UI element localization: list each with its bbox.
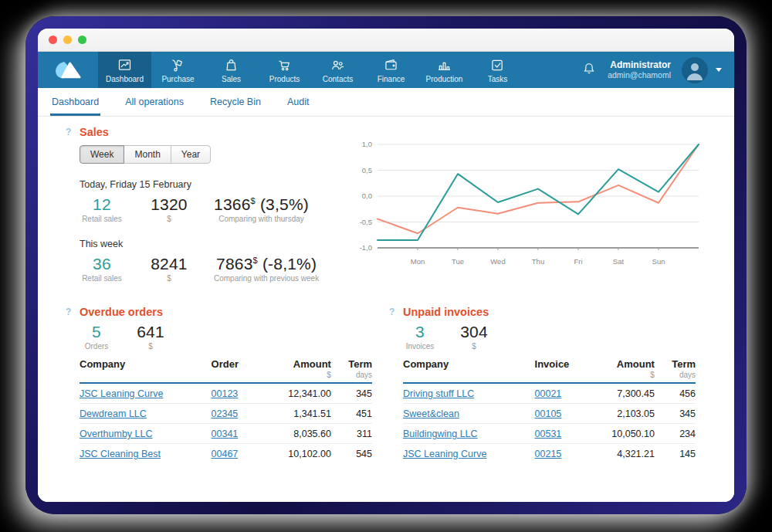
amount-cell: 1,341.51: [267, 404, 331, 424]
sales-chart-container: 1,00,50,0-0,5-1,0MonTueWedThuFriSatSun: [348, 126, 711, 283]
sales-stats-column: ? Sales Week Month Year Today, Friday 15…: [61, 126, 348, 283]
order-link[interactable]: 02345: [212, 408, 239, 419]
svg-text:0,0: 0,0: [362, 191, 372, 200]
order-link[interactable]: 00341: [212, 429, 239, 439]
column-header-invoice: Invoice: [535, 358, 591, 383]
tables-row: ? Overdue orders 5 Orders 641 $: [61, 306, 711, 463]
company-link[interactable]: Dewdream LLC: [80, 408, 147, 419]
avatar[interactable]: [682, 57, 708, 83]
invoice-link[interactable]: 00105: [535, 408, 562, 419]
week-retail-sales-label: Retail sales: [80, 274, 124, 283]
subnav-item-recycle-bin[interactable]: Recycle Bin: [208, 88, 262, 116]
term-cell: 345: [331, 383, 372, 404]
subnav-item-dashboard[interactable]: Dashboard: [50, 88, 100, 116]
company-link[interactable]: Buildingwing LLC: [403, 429, 478, 439]
year-toggle-button[interactable]: Year: [171, 145, 211, 164]
nav-item-sales[interactable]: Sales: [205, 52, 258, 88]
today-retail-sales-label: Retail sales: [80, 215, 124, 223]
company-link[interactable]: Driving stuff LLC: [403, 388, 474, 399]
column-header-company: Company: [403, 358, 535, 383]
zoom-window-button[interactable]: [78, 36, 86, 44]
week-toggle-button[interactable]: Week: [80, 145, 124, 164]
week-comparison-value: 7863$ (-8,1%): [214, 255, 319, 273]
company-link[interactable]: JSC Leaning Curve: [403, 449, 486, 459]
unpaid-invoices-title: Unpaid invoices: [403, 306, 489, 318]
today-heading: Today, Friday 15 February: [80, 179, 348, 190]
notifications-button[interactable]: [581, 61, 597, 80]
minimize-window-button[interactable]: [63, 36, 72, 44]
term-cell: 456: [655, 383, 696, 404]
company-link[interactable]: Overthumby LLC: [80, 429, 152, 439]
wallet-icon: [383, 57, 399, 73]
nav-item-label: Finance: [378, 75, 405, 83]
window-frame: Dashboard Purchase Sales: [25, 16, 747, 514]
today-stats: 12 Retail sales 1320 $ 1366$ (3,5%) Comp…: [80, 195, 348, 223]
unpaid-count: 3: [403, 323, 437, 341]
column-header-company: Company: [80, 358, 212, 383]
company-link[interactable]: Sweet&clean: [403, 408, 459, 419]
nav-item-contacts[interactable]: Contacts: [311, 52, 364, 88]
person-icon: [682, 57, 708, 83]
titlebar: [38, 29, 734, 52]
subnav: Dashboard All operations Recycle Bin Aud…: [38, 88, 734, 117]
amount-cell: 7,300.45: [591, 383, 655, 404]
nav-item-purchase[interactable]: Purchase: [151, 52, 205, 88]
nav-item-production[interactable]: Production: [418, 52, 471, 88]
column-header-amount: Amount$: [267, 358, 331, 383]
nav-item-finance[interactable]: Finance: [364, 52, 418, 88]
unpaid-amount-unit: $: [457, 342, 491, 351]
top-navbar: Dashboard Purchase Sales: [38, 52, 734, 88]
subnav-item-all-operations[interactable]: All operations: [124, 88, 185, 116]
svg-text:Sat: Sat: [613, 257, 625, 266]
nav-item-label: Dashboard: [106, 75, 144, 83]
svg-text:0,5: 0,5: [362, 166, 372, 175]
week-heading: This week: [80, 239, 348, 249]
svg-text:1,0: 1,0: [362, 140, 372, 148]
nav-item-label: Sales: [222, 75, 241, 83]
handtruck-icon: [170, 57, 186, 73]
invoice-link[interactable]: 00531: [535, 429, 562, 439]
subnav-item-audit[interactable]: Audit: [286, 88, 311, 116]
svg-text:-0,5: -0,5: [360, 218, 372, 226]
term-cell: 545: [331, 444, 372, 464]
close-window-button[interactable]: [49, 36, 57, 44]
unpaid-invoices-panel: ? Unpaid invoices 3 Invoices 304 $: [384, 306, 696, 463]
order-link[interactable]: 00467: [212, 449, 239, 459]
overdue-stats: 5 Orders 641 $: [80, 323, 372, 351]
svg-text:Sun: Sun: [652, 257, 665, 266]
nav-item-dashboard[interactable]: Dashboard: [98, 52, 151, 88]
help-icon[interactable]: ?: [61, 307, 80, 317]
help-icon[interactable]: ?: [61, 127, 80, 137]
overdue-amount: 641: [134, 323, 168, 341]
overdue-amount-unit: $: [134, 342, 168, 351]
table-row: JSC Leaning Curve 00215 4,321.21 145: [403, 444, 696, 464]
table-row: Sweet&clean 00105 2,103.05 345: [403, 404, 696, 424]
today-amount: 1320: [141, 195, 197, 214]
dashboard-icon: [117, 57, 133, 73]
nav-item-label: Production: [426, 75, 463, 83]
shopping-bag-icon: [223, 57, 239, 73]
table-row: Overthumby LLC 00341 8,035.60 311: [80, 424, 372, 444]
user-menu-caret-icon[interactable]: [716, 68, 722, 72]
table-row: Dewdream LLC 02345 1,341.51 451: [80, 404, 372, 424]
people-icon: [330, 57, 346, 73]
overdue-orders-panel: ? Overdue orders 5 Orders 641 $: [61, 306, 372, 463]
order-link[interactable]: 00123: [212, 388, 239, 399]
dashboard-content: ? Sales Week Month Year Today, Friday 15…: [38, 117, 734, 502]
nav-item-products[interactable]: Products: [258, 52, 311, 88]
bar-chart-icon: [436, 57, 452, 73]
table-row: JSC Cleaning Best 00467 10,102.00 545: [80, 444, 372, 464]
month-toggle-button[interactable]: Month: [124, 145, 171, 164]
invoice-link[interactable]: 00215: [535, 449, 562, 459]
nav-item-label: Contacts: [323, 75, 353, 83]
task-check-icon: [489, 57, 506, 73]
help-icon[interactable]: ?: [384, 307, 403, 317]
invoice-link[interactable]: 00021: [535, 388, 562, 399]
company-link[interactable]: JSC Leaning Curve: [80, 388, 163, 399]
company-link[interactable]: JSC Cleaning Best: [80, 449, 161, 459]
term-cell: 451: [331, 404, 372, 424]
user-info[interactable]: Administrator admin@chamoml: [608, 59, 671, 80]
app-logo[interactable]: [38, 52, 98, 88]
week-stats: 36 Retail sales 8241 $ 7863$ (-8,1%) Com…: [80, 255, 348, 283]
nav-item-tasks[interactable]: Tasks: [471, 52, 524, 88]
